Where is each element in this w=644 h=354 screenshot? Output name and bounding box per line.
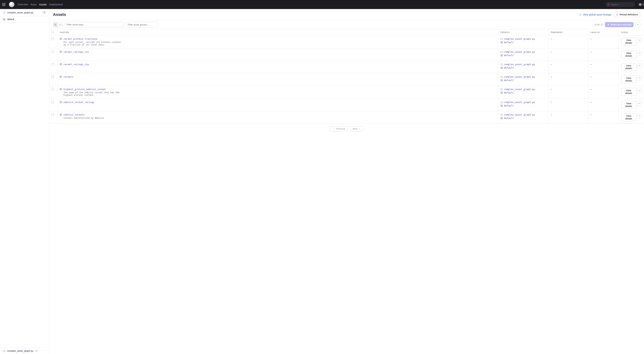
group-icon [500, 104, 503, 107]
table-icon [60, 51, 62, 53]
latest-run-cell: – [588, 73, 619, 86]
asset-key-link[interactable]: nabisco_cereals [64, 113, 104, 116]
asset-key-link[interactable]: nabisco_cereal_ratings [64, 101, 94, 104]
defined-in-group[interactable]: default [500, 54, 546, 57]
defined-in-group[interactable]: default [500, 66, 546, 69]
view-details-button[interactable]: View details [621, 75, 636, 83]
reload-definitions-button[interactable]: Reload definitions [614, 12, 640, 17]
latest-run-cell: – [588, 61, 619, 73]
materialize-button[interactable]: Materialize selected [605, 22, 634, 27]
defined-in-file[interactable]: complex_asset_graph.py [500, 113, 546, 116]
nav-overview[interactable]: Overview [18, 2, 28, 7]
next-button[interactable]: Next → [350, 126, 364, 131]
search-shortcut: / [642, 4, 644, 6]
defined-in-group[interactable]: default [500, 91, 546, 94]
latest-run-cell: – [588, 111, 619, 124]
nav-assets[interactable]: Assets [39, 2, 47, 7]
asset-key-link[interactable]: cereals [64, 75, 74, 78]
svg-rect-4 [3, 19, 4, 20]
asset-key-link[interactable]: cereal_ratings_csv [64, 51, 89, 53]
chevron-down-icon [638, 52, 641, 54]
logo[interactable] [9, 2, 14, 7]
row-menu-button[interactable] [638, 113, 642, 118]
chevron-down-icon [638, 102, 641, 105]
filter-keys-input[interactable] [64, 22, 124, 27]
svg-rect-44 [60, 88, 62, 90]
view-details-button[interactable]: View details [621, 38, 636, 46]
defined-in-group[interactable]: default [500, 41, 546, 44]
nav-runs[interactable]: Runs [31, 2, 36, 7]
sidebar-item-group[interactable]: default [0, 16, 49, 23]
svg-rect-3 [4, 18, 5, 19]
row-checkbox[interactable] [52, 101, 54, 103]
defined-in-group[interactable]: default [500, 104, 546, 107]
prev-button[interactable]: ← Previous [330, 126, 348, 131]
select-all-checkbox[interactable] [52, 31, 54, 33]
view-details-button[interactable]: View details [621, 88, 636, 96]
view-details-button[interactable]: View details [621, 63, 636, 71]
chevron-down-icon [638, 89, 641, 92]
table-icon [60, 113, 62, 116]
asset-key-link[interactable]: highest_protein_nabisco_cereal [64, 88, 121, 91]
row-checkbox[interactable] [52, 51, 54, 53]
row-checkbox[interactable] [52, 88, 54, 90]
view-lineage-link[interactable]: View global asset lineage [579, 13, 612, 16]
view-details-button[interactable]: View details [621, 101, 636, 109]
folder-icon [500, 101, 503, 104]
folder-icon [500, 38, 503, 40]
row-checkbox[interactable] [52, 38, 54, 40]
next-label: Next [352, 127, 357, 130]
defined-in-file[interactable]: complex_asset_graph.py [500, 88, 546, 91]
defined-in-group[interactable]: default [500, 79, 546, 82]
defined-in-file[interactable]: complex_asset_graph.py [500, 51, 546, 53]
row-menu-button[interactable] [638, 88, 642, 93]
menu-icon[interactable] [2, 2, 7, 7]
asset-desc: Cereals manufactured by Nabisco [64, 117, 104, 119]
sidebar-item-label: default [7, 18, 14, 21]
row-menu-button[interactable] [638, 75, 642, 80]
reload-icon[interactable] [600, 24, 603, 26]
nav-deployment[interactable]: Deployment [49, 2, 63, 7]
defined-in-file[interactable]: complex_asset_graph.py [500, 63, 546, 66]
row-menu-button[interactable] [638, 101, 642, 106]
svg-rect-64 [500, 117, 501, 118]
chevron-down-icon [638, 77, 641, 79]
folder-icon [500, 51, 503, 53]
svg-rect-12 [60, 38, 62, 40]
row-menu-button[interactable] [638, 51, 642, 56]
svg-rect-49 [502, 92, 502, 92]
table-row: cereal_ratings_zipcomplex_asset_graph.py… [49, 61, 644, 73]
folder-view-button[interactable] [58, 22, 62, 27]
defined-in-file[interactable]: complex_asset_graph.py [500, 101, 546, 104]
global-search[interactable]: / [606, 2, 635, 7]
list-view-button[interactable] [53, 22, 58, 27]
row-checkbox[interactable] [52, 63, 54, 66]
sidebar-item-code-location[interactable]: complex_asset_graph.py 1 [0, 9, 49, 16]
reload-icon[interactable] [35, 350, 38, 352]
filter-groups-input[interactable] [126, 22, 158, 27]
row-menu-button[interactable] [638, 63, 642, 68]
defined-in-group[interactable]: default [500, 117, 546, 119]
col-materialized: Materialized [548, 29, 588, 35]
svg-rect-51 [502, 93, 502, 93]
row-menu-button[interactable] [638, 38, 642, 43]
toolbar: 0:04 Materialize selected [49, 20, 644, 29]
svg-rect-20 [60, 51, 62, 53]
svg-rect-48 [500, 92, 501, 92]
defined-in-file[interactable]: complex_asset_graph.py [500, 38, 546, 40]
defined-in-file[interactable]: complex_asset_graph.py [500, 75, 546, 78]
page-title: Assets [53, 12, 66, 17]
view-details-button[interactable]: View details [621, 113, 636, 121]
row-checkbox[interactable] [52, 75, 54, 78]
svg-rect-32 [500, 67, 501, 68]
materialize-menu-button[interactable] [635, 22, 640, 27]
svg-rect-40 [500, 79, 501, 80]
svg-rect-66 [500, 118, 501, 119]
asset-key-link[interactable]: cereal_ratings_zip [64, 63, 89, 66]
view-details-button[interactable]: View details [621, 51, 636, 59]
search-input[interactable] [611, 3, 641, 6]
row-checkbox[interactable] [52, 113, 54, 116]
gear-icon[interactable] [638, 3, 642, 6]
asset-key-link[interactable]: cereal_protein_fractions [64, 38, 121, 40]
col-defined-in: Defined in [498, 29, 548, 35]
